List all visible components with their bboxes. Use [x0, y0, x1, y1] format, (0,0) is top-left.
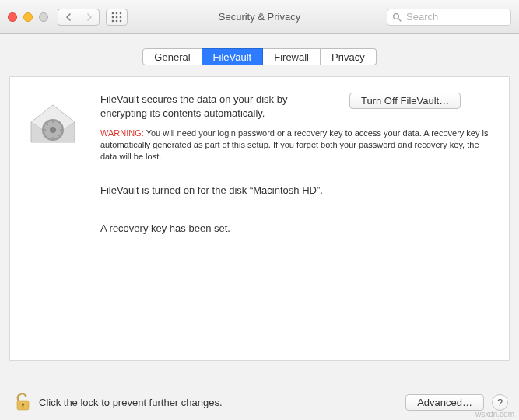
search-input[interactable]: [406, 11, 506, 23]
panel-icon-column: [27, 93, 89, 360]
svg-point-7: [116, 19, 118, 22]
tab-general[interactable]: General: [142, 48, 202, 65]
tab-filevault[interactable]: FileVault: [202, 48, 264, 65]
warning-label: WARNING:: [100, 128, 144, 138]
svg-point-3: [112, 16, 114, 18]
svg-point-2: [120, 12, 122, 14]
close-window-button[interactable]: [8, 12, 17, 22]
svg-line-10: [398, 18, 401, 20]
show-all-button[interactable]: [106, 9, 128, 26]
search-icon: [392, 12, 402, 22]
warning-text: You will need your login password or a r…: [100, 128, 488, 161]
lock-icon[interactable]: [16, 393, 31, 411]
turn-off-filevault-button[interactable]: Turn Off FileVault…: [349, 93, 461, 109]
panel-body: FileVault secures the data on your disk …: [89, 93, 492, 360]
svg-point-6: [112, 19, 114, 22]
maximize-window-button: [39, 12, 48, 22]
svg-point-8: [120, 19, 122, 22]
svg-point-5: [120, 16, 122, 18]
titlebar: Security & Privacy: [0, 0, 519, 34]
tab-firewall[interactable]: Firewall: [263, 48, 321, 65]
forward-button[interactable]: [79, 9, 100, 26]
chevron-left-icon: [65, 13, 72, 21]
back-button[interactable]: [58, 9, 79, 26]
svg-point-13: [50, 127, 56, 133]
traffic-lights: [8, 12, 48, 22]
minimize-window-button[interactable]: [23, 12, 33, 22]
filevault-description: FileVault secures the data on your disk …: [100, 93, 334, 120]
filevault-status: FileVault is turned on for the disk “Mac…: [100, 184, 492, 196]
filevault-warning: WARNING: You will need your login passwo…: [100, 128, 492, 163]
advanced-button[interactable]: Advanced…: [405, 394, 484, 411]
recovery-key-status: A recovery key has been set.: [100, 222, 492, 234]
footer-bar: Click the lock to prevent further change…: [0, 384, 519, 420]
content-area: General FileVault Firewall Privacy: [0, 34, 519, 384]
nav-buttons: [58, 9, 100, 26]
filevault-icon: [27, 99, 89, 145]
help-button[interactable]: ?: [492, 394, 508, 411]
svg-point-1: [116, 12, 118, 14]
search-field[interactable]: [387, 9, 511, 26]
svg-rect-24: [23, 404, 23, 408]
grid-icon: [111, 12, 122, 23]
tab-privacy[interactable]: Privacy: [321, 48, 377, 65]
watermark-text: wsxdn.com: [475, 410, 514, 418]
tab-bar: General FileVault Firewall Privacy: [0, 34, 519, 65]
lock-text: Click the lock to prevent further change…: [39, 397, 223, 408]
svg-point-0: [112, 12, 114, 14]
filevault-panel: FileVault secures the data on your disk …: [9, 76, 510, 361]
svg-point-4: [116, 16, 118, 18]
chevron-right-icon: [86, 13, 93, 21]
